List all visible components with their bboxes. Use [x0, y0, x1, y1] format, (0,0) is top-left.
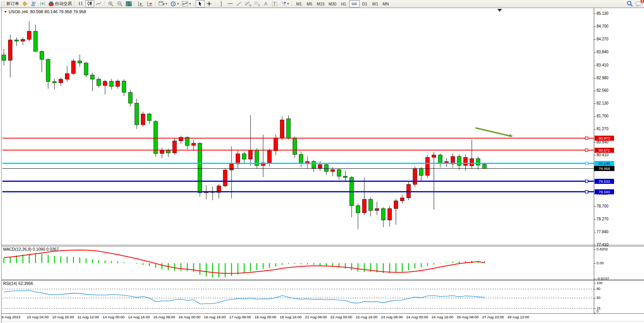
svg-text:A: A — [264, 1, 267, 7]
contacts-button[interactable] — [29, 0, 38, 7]
notifications-button[interactable]: 1 — [634, 0, 643, 7]
toolbar-grip[interactable] — [2, 1, 4, 7]
auto-scroll-button[interactable] — [136, 0, 145, 7]
chevron-down-icon: ▼ — [165, 2, 168, 5]
fibonacci-button[interactable]: E — [244, 0, 253, 7]
bearish-candle — [33, 31, 37, 51]
bullish-candle — [280, 120, 284, 138]
bearish-candle — [84, 63, 88, 75]
channel-icon: F — [254, 1, 260, 7]
text-label-button[interactable]: T — [270, 0, 279, 7]
bearish-candle — [438, 155, 442, 164]
bearish-candle — [381, 209, 385, 220]
bullish-candle — [362, 199, 366, 213]
channel-button[interactable]: F — [253, 0, 261, 7]
timeframe-button-m1[interactable]: M1 — [294, 0, 304, 7]
fibonacci-icon: E — [245, 1, 251, 7]
bullish-candle — [274, 138, 278, 151]
time-tick-label: 21 Aug 08:00 — [305, 315, 327, 319]
rsi-axis-label: 0 — [597, 309, 598, 313]
bearish-candle — [356, 206, 360, 213]
cursor-icon — [197, 1, 203, 7]
bearish-candle — [198, 143, 202, 193]
collapse-triangle-icon[interactable]: ▼ — [4, 10, 7, 14]
crosshair-button[interactable] — [205, 0, 214, 7]
horizontal-line-button[interactable] — [226, 0, 235, 7]
tile-windows-button[interactable] — [124, 0, 133, 7]
line-anchor-handle — [585, 162, 588, 165]
zoom-out-icon — [117, 1, 123, 7]
candle-chart-icon — [87, 1, 93, 7]
bar-chart-button[interactable] — [76, 0, 85, 7]
text-button[interactable]: A — [261, 0, 270, 7]
ticket-icon — [22, 1, 28, 7]
price-tick-label: 82.560 — [597, 88, 609, 93]
timeframe-button-m15[interactable]: M15 — [315, 0, 326, 7]
cursor-button[interactable] — [196, 0, 205, 7]
price-tick-label: 83.840 — [597, 50, 609, 54]
price-tick-label: 82.130 — [597, 101, 609, 105]
time-tick-label: 22 Aug 16:00 — [356, 315, 377, 319]
trend-arrow-annotation — [476, 128, 512, 136]
timeframe-button-h1[interactable]: H1 — [339, 0, 349, 7]
bearish-candle — [147, 114, 151, 120]
chart-shift-button[interactable] — [145, 0, 154, 7]
trendline-button[interactable] — [235, 0, 244, 7]
time-tick-label: 17 Aug 08:00 — [229, 315, 251, 319]
new-chart-button[interactable]: ▼ — [157, 0, 169, 7]
bearish-candle — [97, 79, 101, 86]
ticket-button[interactable] — [20, 0, 29, 7]
svg-text:E: E — [249, 4, 251, 7]
time-tick-label: 11 Aug 12:00 — [77, 315, 99, 319]
zoom-in-button[interactable] — [106, 0, 115, 7]
line-chart-button[interactable] — [94, 0, 103, 7]
bullish-candle — [268, 151, 272, 163]
price-tick-label: 83.410 — [597, 63, 609, 67]
macd-indicator-label: MACD(12,26,9) 0.1090 0.0267 — [3, 247, 59, 251]
bullish-candle — [375, 209, 379, 211]
price-tick-label: 80.410 — [597, 153, 609, 157]
bullish-candle — [223, 170, 227, 186]
shift-end-icon — [138, 1, 144, 7]
bullish-candle — [8, 40, 12, 60]
candle-chart-button[interactable] — [85, 0, 94, 7]
macd-axis-label: -0.9107 — [597, 276, 609, 281]
timeframe-button-mn[interactable]: MN — [381, 0, 391, 7]
zoom-out-button[interactable] — [115, 0, 124, 7]
price-tick-label: 78.700 — [597, 204, 609, 208]
time-tick-label: 16 Aug 00:00 — [179, 315, 200, 319]
price-line-badge: 79.183 — [595, 189, 614, 194]
timeframe-button-m30[interactable]: M30 — [326, 0, 338, 7]
new-order-button[interactable]: 新订单 — [5, 0, 20, 7]
bearish-candle — [457, 157, 461, 166]
bullish-candle — [463, 157, 467, 166]
zoom-in-icon — [108, 1, 114, 7]
price-tick-label: 81.270 — [597, 127, 609, 131]
indicators-button[interactable]: ▼ — [181, 0, 193, 7]
bearish-candle — [2, 55, 6, 60]
signal-button[interactable] — [38, 0, 47, 7]
text-icon: A — [263, 1, 268, 7]
bullish-candle — [426, 157, 430, 175]
search-button[interactable] — [625, 0, 634, 7]
timeframe-button-h4[interactable]: H4 — [349, 0, 360, 7]
arrows-button[interactable]: ▼ — [279, 0, 291, 7]
price-tick-label: 84.700 — [597, 24, 609, 28]
price-tick-label: 84.270 — [597, 37, 609, 41]
period-button[interactable]: ▼ — [169, 0, 181, 7]
time-tick-label: 18 Aug 00:00 — [254, 315, 276, 319]
line-anchor-handle — [585, 190, 588, 193]
timeframe-button-d1[interactable]: D1 — [360, 0, 370, 7]
chart-canvas[interactable] — [0, 0, 644, 323]
timeframe-button-m5[interactable]: M5 — [304, 0, 315, 7]
vertical-line-button[interactable] — [217, 0, 226, 7]
auto-trading-button[interactable]: 自动交易 — [47, 0, 73, 7]
bearish-candle — [128, 93, 132, 103]
timeframe-button-w1[interactable]: W1 — [370, 0, 381, 7]
rsi-axis-label: 80 — [597, 287, 600, 291]
line-anchor-handle — [585, 137, 588, 140]
bullish-candle — [388, 209, 391, 220]
time-tick-label: 10 Aug 20:00 — [52, 315, 74, 319]
bearish-candle — [286, 119, 290, 138]
period-icon — [170, 1, 176, 7]
